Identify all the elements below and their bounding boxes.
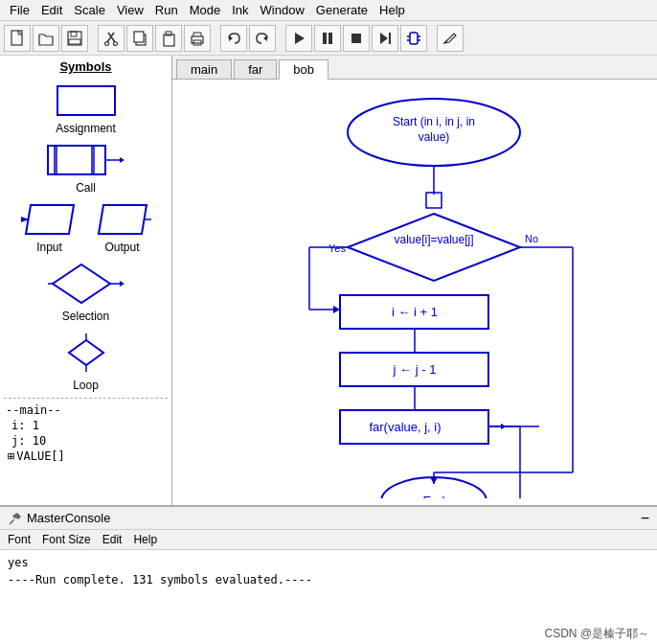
svg-text:i ← i + 1: i ← i + 1 bbox=[392, 305, 438, 319]
console-menu-font[interactable]: Font bbox=[4, 532, 34, 547]
svg-rect-9 bbox=[134, 32, 144, 42]
menu-scale[interactable]: Scale bbox=[68, 2, 111, 18]
selection-row: Selection bbox=[4, 260, 168, 323]
assignment-label: Assignment bbox=[56, 122, 116, 135]
svg-marker-14 bbox=[229, 35, 233, 41]
console-title-text: MasterConsole bbox=[27, 511, 110, 525]
svg-marker-40 bbox=[53, 264, 110, 303]
call-label: Call bbox=[76, 181, 96, 195]
console-menu-edit[interactable]: Edit bbox=[99, 532, 126, 547]
var-i: i: 1 bbox=[4, 418, 168, 433]
tab-bob[interactable]: bob bbox=[279, 59, 328, 80]
symbol-assignment[interactable]: Assignment bbox=[53, 81, 120, 135]
console-menu-help[interactable]: Help bbox=[129, 532, 161, 547]
input-output-row: Input Output bbox=[4, 200, 168, 254]
svg-text:No: No bbox=[525, 233, 538, 244]
save-button[interactable] bbox=[61, 25, 88, 52]
step-button[interactable] bbox=[372, 25, 398, 52]
loop-row: Loop bbox=[4, 329, 168, 392]
expand-icon: ⊞ bbox=[8, 449, 14, 463]
svg-line-83 bbox=[10, 520, 13, 524]
print-button[interactable] bbox=[184, 25, 211, 52]
svg-marker-34 bbox=[26, 205, 74, 234]
svg-rect-18 bbox=[328, 33, 332, 44]
tab-far[interactable]: far bbox=[234, 59, 277, 79]
svg-text:far(value, j, i): far(value, j, i) bbox=[369, 420, 441, 434]
svg-marker-60 bbox=[333, 306, 340, 313]
svg-marker-15 bbox=[263, 35, 267, 41]
loop-label: Loop bbox=[73, 379, 99, 392]
symbol-input[interactable]: Input bbox=[21, 200, 79, 254]
main-layout: Symbols Assignment Call bbox=[0, 56, 657, 505]
svg-text:value): value) bbox=[419, 130, 450, 144]
console-header: MasterConsole − bbox=[0, 507, 657, 530]
menu-file[interactable]: File bbox=[4, 2, 35, 18]
sidebar: Symbols Assignment Call bbox=[0, 56, 172, 505]
pen-button[interactable] bbox=[437, 25, 464, 52]
svg-rect-17 bbox=[323, 33, 327, 44]
svg-rect-22 bbox=[410, 33, 418, 44]
console-line-2: ----Run complete. 131 symbols evaluated.… bbox=[8, 571, 649, 588]
svg-marker-42 bbox=[120, 281, 125, 287]
redo-button[interactable] bbox=[249, 25, 276, 52]
flowchart-canvas[interactable]: Start (in i, in j, in value) value[i]=va… bbox=[172, 80, 657, 498]
menu-run[interactable]: Run bbox=[149, 2, 184, 18]
console-menu-fontsize[interactable]: Font Size bbox=[38, 532, 95, 547]
var-j: j: 10 bbox=[4, 433, 168, 448]
svg-text:Yes: Yes bbox=[328, 242, 346, 254]
svg-line-4 bbox=[108, 33, 115, 42]
stop-button[interactable] bbox=[343, 25, 370, 52]
menu-edit[interactable]: Edit bbox=[35, 2, 68, 18]
menu-generate[interactable]: Generate bbox=[310, 2, 374, 18]
debug-button[interactable] bbox=[400, 25, 427, 52]
var-value-label: VALUE[] bbox=[16, 449, 65, 463]
toolbar bbox=[0, 21, 657, 56]
console-minimize-button[interactable]: − bbox=[641, 511, 649, 526]
svg-rect-1 bbox=[68, 32, 81, 45]
open-button[interactable] bbox=[33, 25, 59, 52]
variables-section: --main-- i: 1 j: 10 ⊞ VALUE[] bbox=[4, 398, 168, 464]
var-value[interactable]: ⊞ VALUE[] bbox=[4, 448, 168, 464]
svg-marker-33 bbox=[120, 157, 125, 163]
undo-button[interactable] bbox=[220, 25, 247, 52]
svg-rect-52 bbox=[426, 193, 442, 208]
svg-point-6 bbox=[105, 41, 109, 45]
svg-rect-28 bbox=[57, 86, 115, 115]
svg-marker-37 bbox=[99, 205, 147, 234]
menu-view[interactable]: View bbox=[111, 2, 149, 18]
svg-point-7 bbox=[114, 41, 118, 45]
console-title-bar: MasterConsole bbox=[8, 511, 110, 526]
assignment-row: Assignment bbox=[4, 81, 168, 135]
svg-rect-30 bbox=[55, 146, 57, 174]
paste-button[interactable] bbox=[155, 25, 182, 52]
symbol-call[interactable]: Call bbox=[43, 141, 129, 195]
copy-button[interactable] bbox=[126, 25, 153, 52]
svg-text:End: End bbox=[422, 494, 444, 498]
cut-button[interactable] bbox=[98, 25, 125, 52]
run-button[interactable] bbox=[285, 25, 312, 52]
output-label: Output bbox=[104, 241, 139, 254]
svg-rect-2 bbox=[71, 32, 77, 36]
tab-main[interactable]: main bbox=[176, 59, 232, 79]
svg-marker-16 bbox=[295, 33, 305, 44]
console-menu-bar: Font Font Size Edit Help bbox=[0, 530, 657, 550]
menu-window[interactable]: Window bbox=[255, 2, 310, 18]
svg-text:j ← j - 1: j ← j - 1 bbox=[393, 362, 437, 377]
svg-text:value[i]=value[j]: value[i]=value[j] bbox=[394, 233, 473, 246]
menu-bar: File Edit Scale View Run Mode Ink Window… bbox=[0, 0, 657, 21]
svg-rect-19 bbox=[351, 34, 361, 43]
menu-mode[interactable]: Mode bbox=[184, 2, 227, 18]
svg-marker-45 bbox=[69, 340, 103, 365]
symbols-title: Symbols bbox=[4, 59, 168, 74]
pin-icon bbox=[8, 511, 23, 526]
new-button[interactable] bbox=[4, 25, 31, 52]
input-label: Input bbox=[36, 241, 62, 254]
svg-line-5 bbox=[107, 33, 114, 42]
symbol-output[interactable]: Output bbox=[94, 200, 151, 254]
pause-button[interactable] bbox=[314, 25, 341, 52]
symbol-selection[interactable]: Selection bbox=[48, 260, 125, 323]
console-panel: MasterConsole − Font Font Size Edit Help… bbox=[0, 505, 657, 644]
menu-help[interactable]: Help bbox=[374, 2, 411, 18]
symbol-loop[interactable]: Loop bbox=[57, 329, 115, 392]
menu-ink[interactable]: Ink bbox=[226, 2, 254, 18]
